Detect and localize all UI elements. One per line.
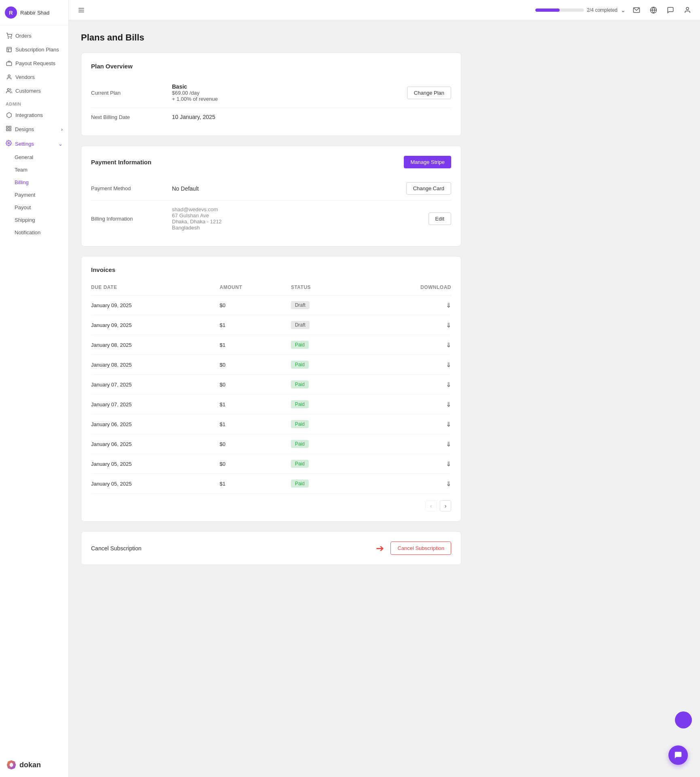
designs-icon	[6, 125, 12, 133]
designs-chevron-icon: ›	[61, 126, 63, 132]
invoice-download[interactable]: ⇓	[354, 395, 451, 414]
invoice-download[interactable]: ⇓	[354, 454, 451, 474]
invoice-date: January 06, 2025	[91, 434, 220, 454]
download-icon[interactable]: ⇓	[446, 401, 451, 408]
sub-nav-billing[interactable]: Billing	[0, 176, 68, 189]
invoice-status: Paid	[291, 454, 354, 474]
download-icon[interactable]: ⇓	[446, 461, 451, 467]
download-icon[interactable]: ⇓	[446, 302, 451, 309]
change-plan-button[interactable]: Change Plan	[407, 87, 451, 99]
invoice-download[interactable]: ⇓	[354, 434, 451, 454]
pagination: ‹ ›	[91, 500, 451, 512]
user-profile[interactable]: R Rabbir Shad	[0, 0, 68, 25]
sub-nav-notification[interactable]: Notification	[0, 226, 68, 239]
download-icon[interactable]: ⇓	[446, 342, 451, 348]
current-plan-label: Current Plan	[91, 90, 172, 96]
support-icon[interactable]	[664, 4, 677, 16]
change-card-button[interactable]: Change Card	[406, 182, 451, 195]
cart-icon	[6, 32, 12, 39]
menu-icon[interactable]	[75, 4, 87, 16]
sidebar-item-customers[interactable]: Customers	[0, 84, 68, 98]
invoice-amount: $0	[220, 454, 291, 474]
invoices-title: Invoices	[91, 266, 451, 273]
sidebar-item-payout-requests[interactable]: Payout Requests	[0, 56, 68, 70]
sidebar-item-settings[interactable]: Settings ⌄	[0, 136, 68, 151]
manage-stripe-button[interactable]: Manage Stripe	[404, 156, 451, 168]
table-row: January 09, 2025 $1 Draft ⇓	[91, 315, 451, 335]
invoice-download[interactable]: ⇓	[354, 414, 451, 434]
settings-label: Settings	[15, 141, 34, 147]
svg-rect-11	[6, 129, 8, 131]
customers-icon	[6, 87, 12, 94]
invoice-status: Paid	[291, 434, 354, 454]
billing-info-value: shad@wedevs.com 67 Gulshan Ave Dhaka, Dh…	[172, 206, 428, 231]
col-amount: AMOUNT	[220, 281, 291, 295]
download-icon[interactable]: ⇓	[446, 322, 451, 329]
next-page-button[interactable]: ›	[440, 500, 451, 512]
globe-icon[interactable]	[647, 4, 660, 16]
sidebar-item-designs[interactable]: Designs ›	[0, 122, 68, 136]
main-content: Plans and Bills Plan Overview Current Pl…	[69, 20, 473, 777]
sub-nav-team[interactable]: Team	[0, 163, 68, 176]
invoice-date: January 08, 2025	[91, 355, 220, 375]
edit-billing-button[interactable]: Edit	[428, 212, 451, 225]
invoice-date: January 06, 2025	[91, 414, 220, 434]
next-billing-row: Next Billing Date 10 January, 2025	[91, 108, 451, 126]
sidebar-item-integrations[interactable]: Integrations	[0, 108, 68, 122]
sidebar-item-orders[interactable]: Orders	[0, 29, 68, 42]
prev-page-button[interactable]: ‹	[425, 500, 437, 512]
download-icon[interactable]: ⇓	[446, 381, 451, 388]
invoice-download[interactable]: ⇓	[354, 375, 451, 395]
orders-label: Orders	[15, 33, 32, 39]
download-icon[interactable]: ⇓	[446, 480, 451, 487]
settings-icon	[6, 140, 12, 147]
sub-nav-general[interactable]: General	[0, 151, 68, 163]
invoice-download[interactable]: ⇓	[354, 474, 451, 494]
download-icon[interactable]: ⇓	[446, 441, 451, 448]
invoice-status: Draft	[291, 295, 354, 315]
cancel-action-wrap: ➔ Cancel Subscription	[376, 541, 451, 555]
progress-chevron-icon[interactable]: ⌄	[621, 7, 626, 13]
cancel-subscription-button[interactable]: Cancel Subscription	[390, 541, 451, 555]
billing-info-label: Billing Information	[91, 216, 172, 222]
sub-nav-payout[interactable]: Payout	[0, 201, 68, 214]
sidebar-item-subscription-plans[interactable]: Subscription Plans	[0, 42, 68, 56]
download-icon[interactable]: ⇓	[446, 361, 451, 368]
invoice-amount: $1	[220, 414, 291, 434]
svg-point-12	[8, 142, 10, 144]
sub-nav-shipping[interactable]: Shipping	[0, 214, 68, 226]
svg-rect-2	[6, 47, 11, 51]
table-row: January 07, 2025 $0 Paid ⇓	[91, 375, 451, 395]
invoice-date: January 05, 2025	[91, 454, 220, 474]
invoice-status: Draft	[291, 315, 354, 335]
sub-nav-payment[interactable]: Payment	[0, 189, 68, 201]
email-icon[interactable]	[630, 4, 643, 16]
payment-method-label: Payment Method	[91, 185, 172, 191]
payment-method-value: No Default	[172, 185, 406, 192]
chat-button[interactable]	[668, 745, 688, 765]
svg-point-6	[8, 74, 10, 76]
invoice-status: Paid	[291, 355, 354, 375]
invoice-download[interactable]: ⇓	[354, 355, 451, 375]
invoice-status: Paid	[291, 414, 354, 434]
table-row: January 05, 2025 $1 Paid ⇓	[91, 474, 451, 494]
cancel-subscription-card: Cancel Subscription ➔ Cancel Subscriptio…	[81, 531, 461, 565]
payment-header: Payment Information Manage Stripe	[91, 156, 451, 168]
progress-bar-fill	[535, 8, 560, 12]
invoice-download[interactable]: ⇓	[354, 315, 451, 335]
sidebar-logo: dokan	[0, 753, 68, 777]
svg-point-19	[686, 7, 689, 10]
invoice-download[interactable]: ⇓	[354, 335, 451, 355]
sidebar-item-vendors[interactable]: Vendors	[0, 70, 68, 84]
sidebar-nav: Orders Subscription Plans Payout Request…	[0, 25, 68, 753]
user-icon[interactable]	[681, 4, 694, 16]
download-icon[interactable]: ⇓	[446, 421, 451, 428]
subscription-icon	[6, 46, 12, 53]
profile-name: Rabbir Shad	[20, 10, 49, 16]
vendors-icon	[6, 74, 12, 80]
integrations-label: Integrations	[15, 112, 43, 118]
progress-wrap[interactable]: 2/4 completed ⌄	[535, 7, 626, 13]
cancel-row: Cancel Subscription ➔ Cancel Subscriptio…	[91, 541, 451, 555]
invoice-amount: $1	[220, 474, 291, 494]
invoice-download[interactable]: ⇓	[354, 295, 451, 315]
